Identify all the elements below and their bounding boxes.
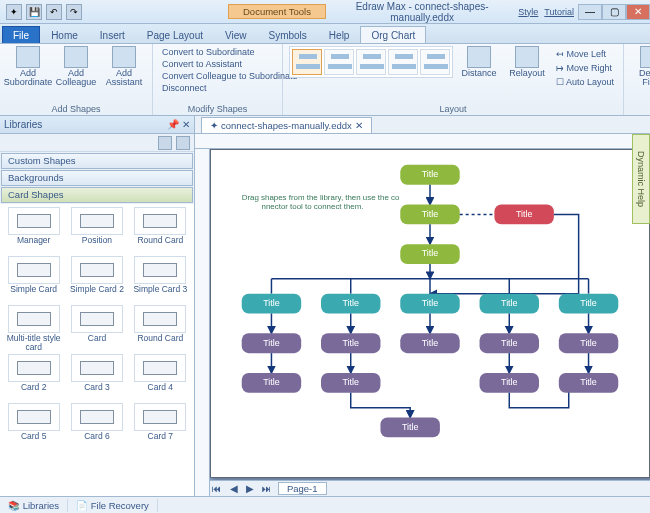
auto-layout-checkbox[interactable]: ☐ Auto Layout [553, 76, 617, 88]
page-first-icon[interactable]: ⏮ [210, 483, 224, 494]
dynamic-help-panel[interactable]: Dynamic Help [632, 134, 650, 224]
lib-cat-custom-shapes[interactable]: Custom Shapes [1, 153, 193, 169]
group-add-shapes: Add SubordinateAdd ColleagueAdd Assistan… [0, 44, 153, 115]
lib-cat-card-shapes[interactable]: Card Shapes [1, 187, 193, 203]
bottom-bar: 📚 Libraries 📄 File Recovery [0, 496, 650, 513]
svg-text:Title: Title [263, 377, 280, 387]
tab-help[interactable]: Help [318, 26, 361, 43]
svg-text:Title: Title [422, 209, 439, 219]
svg-text:Title: Title [422, 298, 439, 308]
library-pin-icon[interactable]: 📌 ✕ [167, 119, 190, 130]
titlebar: ✦ 💾 ↶ ↷ Document Tools Edraw Max - conne… [0, 0, 650, 24]
svg-text:Title: Title [501, 338, 518, 348]
layout-thumb-3[interactable] [356, 49, 386, 75]
add-add-colleague-button[interactable]: Add Colleague [54, 46, 98, 87]
style-link[interactable]: Style [518, 7, 538, 17]
distance-button[interactable]: Distance [457, 46, 501, 78]
qat-undo-icon[interactable]: ↶ [46, 4, 62, 20]
minimize-button[interactable]: — [578, 4, 602, 20]
bottom-tab-libraries[interactable]: 📚 Libraries [0, 499, 68, 512]
qat-save-icon[interactable]: 💾 [26, 4, 42, 20]
svg-text:Title: Title [342, 377, 359, 387]
shape-card-6[interactable]: Card 6 [66, 403, 127, 450]
shape-position[interactable]: Position [66, 207, 127, 254]
svg-text:Title: Title [342, 338, 359, 348]
ribbon-tabs: FileHomeInsertPage LayoutViewSymbolsHelp… [0, 24, 650, 44]
modify-convert-colleague-to-subordinate[interactable]: Convert Colleague to Subordinate [159, 70, 301, 82]
tutorial-link[interactable]: Tutorial [544, 7, 574, 17]
move-left-button[interactable]: ↤ Move Left [553, 48, 617, 60]
page-prev-icon[interactable]: ◀ [227, 483, 241, 494]
tab-symbols[interactable]: Symbols [258, 26, 318, 43]
orgdata-define-field-button[interactable]: Define Field [630, 46, 650, 87]
horizontal-ruler [195, 134, 650, 149]
doc-tabs: ✦connect-shapes-manually.eddx✕ [195, 116, 650, 134]
modify-convert-to-assistant[interactable]: Convert to Assistant [159, 58, 245, 70]
shape-manager[interactable]: Manager [3, 207, 64, 254]
tab-page-layout[interactable]: Page Layout [136, 26, 214, 43]
shape-simple-card-2[interactable]: Simple Card 2 [66, 256, 127, 303]
add-add-subordinate-button[interactable]: Add Subordinate [6, 46, 50, 87]
shape-simple-card-3[interactable]: Simple Card 3 [130, 256, 191, 303]
svg-text:Title: Title [516, 209, 533, 219]
tab-org-chart[interactable]: Org Chart [360, 26, 426, 43]
page-last-icon[interactable]: ⏭ [260, 483, 274, 494]
shape-card-4[interactable]: Card 4 [130, 354, 191, 401]
library-header: Libraries 📌 ✕ [0, 116, 194, 134]
qat-app-icon[interactable]: ✦ [6, 4, 22, 20]
shape-card-7[interactable]: Card 7 [130, 403, 191, 450]
group-modify-shapes: Convert to SubordinateConvert to Assista… [153, 44, 283, 115]
layout-thumb-1[interactable] [292, 49, 322, 75]
move-right-button[interactable]: ↦ Move Right [553, 62, 617, 74]
window-title: Edraw Max - connect-shapes-manually.eddx [326, 1, 518, 23]
relayout-button[interactable]: Relayout [505, 46, 549, 78]
drawing-canvas[interactable]: Drag shapes from the library, then use t… [210, 149, 650, 478]
doc-tab-close-icon[interactable]: ✕ [355, 120, 363, 131]
svg-text:Title: Title [422, 338, 439, 348]
page-tab[interactable]: Page-1 [278, 482, 327, 495]
add-add-assistant-button[interactable]: Add Assistant [102, 46, 146, 87]
svg-text:Drag shapes from the library, : Drag shapes from the library, then use t… [242, 193, 400, 202]
svg-text:Title: Title [422, 169, 439, 179]
svg-text:Title: Title [580, 338, 597, 348]
svg-text:Title: Title [501, 298, 518, 308]
quick-access-toolbar: ✦ 💾 ↶ ↷ [0, 4, 88, 20]
bottom-tab-recovery[interactable]: 📄 File Recovery [68, 499, 158, 512]
tab-file[interactable]: File [2, 26, 40, 43]
tab-home[interactable]: Home [40, 26, 89, 43]
tab-view[interactable]: View [214, 26, 258, 43]
layout-gallery [289, 46, 453, 78]
tab-insert[interactable]: Insert [89, 26, 136, 43]
shape-round-card[interactable]: Round Card [130, 207, 191, 254]
group-org-data: Define FieldDisplay OptionsImportExport … [624, 44, 650, 115]
lib-cat-backgrounds[interactable]: Backgrounds [1, 170, 193, 186]
shape-simple-card[interactable]: Simple Card [3, 256, 64, 303]
layout-thumb-5[interactable] [420, 49, 450, 75]
svg-text:Title: Title [342, 298, 359, 308]
qat-redo-icon[interactable]: ↷ [66, 4, 82, 20]
shape-card[interactable]: Card [66, 305, 127, 352]
page-next-icon[interactable]: ▶ [243, 483, 257, 494]
layout-thumb-4[interactable] [388, 49, 418, 75]
layout-thumb-2[interactable] [324, 49, 354, 75]
library-panel: Libraries 📌 ✕ Custom ShapesBackgroundsCa… [0, 116, 195, 496]
vertical-ruler [195, 149, 210, 496]
page-bar: ⏮ ◀ ▶ ⏭ Page-1 [210, 480, 650, 496]
group-layout: Distance Relayout ↤ Move Left ↦ Move Rig… [283, 44, 624, 115]
window-buttons: — ▢ ✕ [578, 4, 650, 20]
modify-convert-to-subordinate[interactable]: Convert to Subordinate [159, 46, 258, 58]
lib-tool-1[interactable] [158, 136, 172, 150]
shape-card-5[interactable]: Card 5 [3, 403, 64, 450]
ribbon: Add SubordinateAdd ColleagueAdd Assistan… [0, 44, 650, 116]
modify-disconnect[interactable]: Disconnect [159, 82, 210, 94]
svg-text:Title: Title [580, 298, 597, 308]
lib-tool-2[interactable] [176, 136, 190, 150]
doc-tab[interactable]: ✦connect-shapes-manually.eddx✕ [201, 117, 372, 133]
shape-multi-title-style-card[interactable]: Multi-title style card [3, 305, 64, 352]
shape-round-card[interactable]: Round Card [130, 305, 191, 352]
shape-card-2[interactable]: Card 2 [3, 354, 64, 401]
maximize-button[interactable]: ▢ [602, 4, 626, 20]
canvas-area: ✦connect-shapes-manually.eddx✕ Drag shap… [195, 116, 650, 496]
shape-card-3[interactable]: Card 3 [66, 354, 127, 401]
close-button[interactable]: ✕ [626, 4, 650, 20]
